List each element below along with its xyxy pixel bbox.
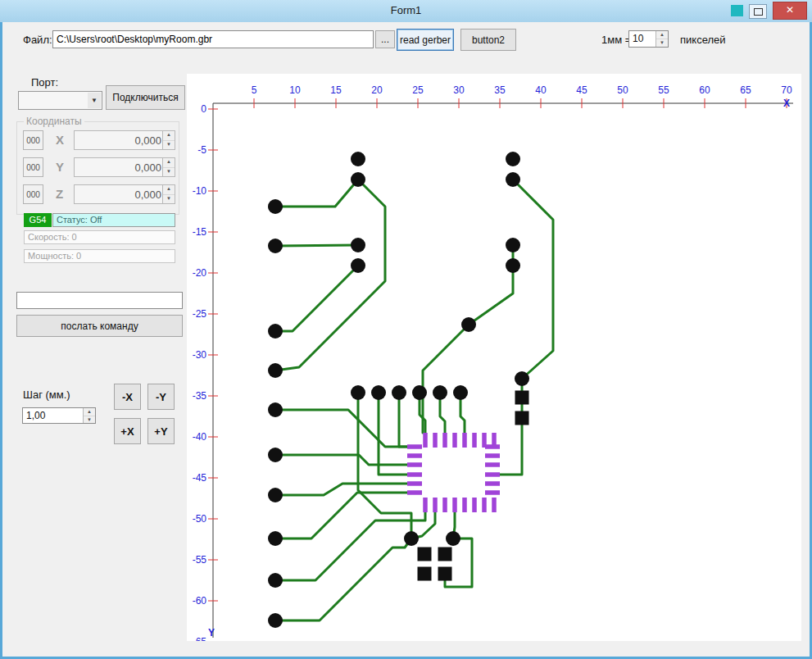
svg-text:5: 5 [252, 84, 257, 96]
coord-row-y: 000 Y 0,000 ▲ ▼ [17, 157, 179, 177]
spinner-up-icon[interactable]: ▲ [163, 158, 175, 168]
svg-text:-40: -40 [193, 431, 207, 443]
svg-text:-65: -65 [193, 636, 207, 641]
spinner[interactable]: ▲ ▼ [655, 31, 668, 47]
svg-text:-30: -30 [193, 349, 207, 361]
spinner-down-icon[interactable]: ▼ [656, 39, 668, 47]
svg-text:0: 0 [201, 103, 206, 115]
status-field: Статус: Off [52, 213, 175, 227]
spinner-down-icon[interactable]: ▼ [163, 141, 175, 150]
step-value: 1,00 [26, 410, 82, 421]
coord-row-x: 000 X 0,000 ▲ ▼ [17, 130, 179, 150]
g54-badge: G54 [24, 213, 52, 227]
svg-text:30: 30 [453, 84, 465, 96]
svg-text:65: 65 [740, 84, 751, 96]
zero-z-button[interactable]: 000 [23, 184, 43, 204]
svg-text:-25: -25 [193, 308, 207, 320]
svg-text:35: 35 [494, 84, 506, 96]
coord-x-value: 0,000 [78, 134, 161, 147]
svg-text:-55: -55 [193, 554, 207, 566]
spinner[interactable]: ▲ ▼ [162, 158, 175, 176]
coordinates-group-title: Координаты [24, 116, 84, 127]
coord-y-value: 0,000 [78, 161, 161, 174]
browse-button[interactable]: ... [375, 30, 395, 48]
axis-x-label: X [56, 133, 64, 147]
coord-z-value: 0,000 [78, 189, 161, 201]
plot-panel: 5101520253035404550556065700-5-10-15-20-… [187, 74, 801, 641]
minimize-button[interactable] [731, 5, 743, 16]
send-command-button[interactable]: послать команду [16, 315, 183, 337]
command-input[interactable] [16, 292, 183, 309]
read-gerber-button[interactable]: read gerber [397, 29, 454, 51]
svg-text:15: 15 [330, 84, 342, 96]
file-path-input[interactable] [52, 30, 374, 48]
scale-value: 10 [633, 33, 655, 44]
spinner-down-icon[interactable]: ▼ [163, 168, 175, 177]
button2[interactable]: button2 [460, 29, 516, 51]
svg-text:-60: -60 [193, 595, 207, 607]
svg-text:25: 25 [412, 84, 424, 96]
coord-x-stepper[interactable]: 0,000 ▲ ▼ [74, 130, 175, 150]
scale-stepper[interactable]: 10 ▲ ▼ [628, 30, 669, 48]
step-label: Шаг (мм.) [23, 389, 70, 401]
svg-text:45: 45 [576, 84, 587, 96]
svg-text:-5: -5 [197, 144, 206, 156]
spinner-down-icon[interactable]: ▼ [84, 416, 95, 424]
spinner-up-icon[interactable]: ▲ [163, 185, 175, 195]
svg-text:50: 50 [617, 84, 628, 96]
svg-text:Y: Y [208, 627, 215, 639]
axis-y-label: Y [56, 160, 64, 174]
svg-text:40: 40 [535, 84, 547, 96]
coordinates-group: Координаты 000 X 0,000 ▲ ▼ 000 Y 0,000 [16, 121, 179, 215]
port-label: Порт: [31, 76, 58, 89]
form-client-area: Файл: ... read gerber button2 1мм = 10 ▲… [2, 22, 810, 657]
zero-x-button[interactable]: 000 [23, 130, 43, 150]
spinner[interactable]: ▲ ▼ [162, 131, 175, 149]
coord-z-stepper[interactable]: 0,000 ▲ ▼ [74, 184, 175, 204]
scale-label: 1мм = [601, 34, 631, 46]
window-title: Form1 [0, 4, 812, 16]
svg-text:70: 70 [781, 84, 792, 96]
svg-text:20: 20 [371, 84, 383, 96]
svg-text:-50: -50 [193, 513, 207, 525]
spinner-down-icon[interactable]: ▼ [163, 195, 175, 204]
spinner-up-icon[interactable]: ▲ [656, 31, 668, 39]
svg-text:10: 10 [289, 84, 301, 96]
spinner[interactable]: ▲ ▼ [162, 185, 175, 203]
window-controls: ✕ [731, 2, 807, 20]
spinner-up-icon[interactable]: ▲ [163, 131, 175, 141]
power-field: Мощность: 0 [24, 249, 175, 263]
pcb-canvas: 5101520253035404550556065700-5-10-15-20-… [187, 74, 801, 641]
chevron-down-icon: ▼ [88, 93, 101, 108]
svg-text:X: X [783, 98, 790, 109]
jog-minus-x-button[interactable]: -X [114, 384, 141, 410]
zero-y-button[interactable]: 000 [23, 157, 43, 177]
port-combobox[interactable]: ▼ [18, 91, 102, 110]
pixels-label: пикселей [680, 34, 726, 46]
file-label: Файл: [23, 34, 52, 46]
connect-button[interactable]: Подключиться [106, 85, 185, 110]
jog-minus-y-button[interactable]: -Y [147, 384, 175, 410]
axis-z-label: Z [56, 187, 63, 201]
coord-y-stepper[interactable]: 0,000 ▲ ▼ [74, 157, 175, 177]
spinner-up-icon[interactable]: ▲ [84, 408, 95, 416]
coord-row-z: 000 Z 0,000 ▲ ▼ [17, 184, 179, 204]
speed-field: Скорость: 0 [24, 230, 175, 244]
svg-text:-20: -20 [193, 267, 207, 279]
maximize-button[interactable] [749, 4, 767, 19]
jog-plus-y-button[interactable]: +Y [147, 418, 175, 444]
svg-text:55: 55 [658, 84, 669, 96]
step-stepper[interactable]: 1,00 ▲ ▼ [22, 407, 96, 424]
svg-text:-35: -35 [193, 390, 207, 402]
titlebar: Form1 ✕ [0, 0, 812, 22]
close-button[interactable]: ✕ [773, 2, 807, 20]
jog-plus-x-button[interactable]: +X [114, 418, 141, 444]
svg-text:-10: -10 [193, 185, 207, 197]
spinner[interactable]: ▲ ▼ [83, 408, 95, 423]
window: Form1 ✕ Файл: ... read gerber button2 1м… [0, 0, 812, 659]
svg-text:60: 60 [699, 84, 710, 96]
svg-text:-15: -15 [193, 226, 207, 238]
svg-text:-45: -45 [193, 472, 207, 484]
maximize-icon [754, 8, 763, 16]
